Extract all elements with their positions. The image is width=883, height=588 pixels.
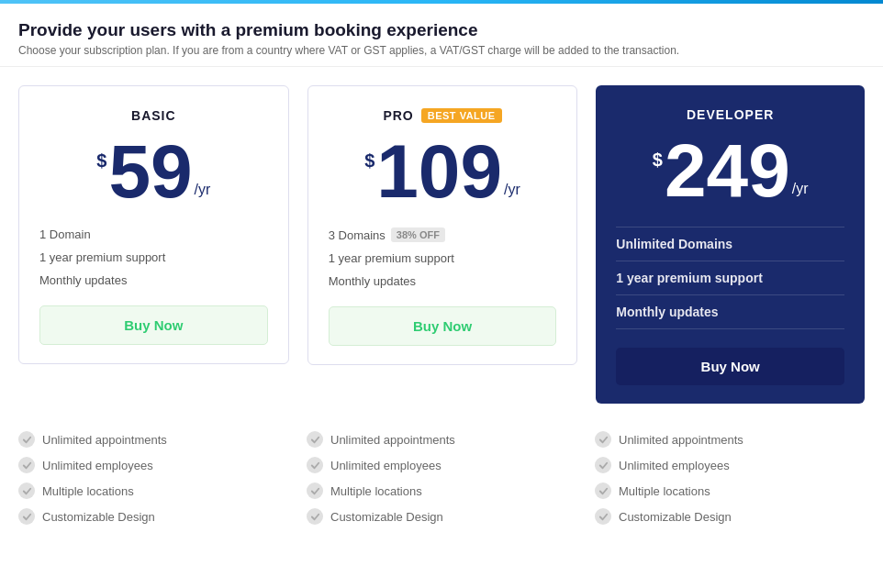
basic-feature-0: 1 Domain: [39, 227, 268, 241]
price-amount-dev: 249: [665, 133, 790, 208]
common-features-col-2: Unlimited appointments Unlimited employe…: [595, 431, 865, 534]
col2-feature-0: Unlimited appointments: [595, 431, 865, 448]
pro-feature-1: 1 year premium support: [329, 251, 557, 265]
plan-developer: DEVELOPER $ 249 /yr Unlimited Domains 1 …: [596, 85, 865, 404]
plan-pro-title: PRO BEST VALUE: [329, 108, 557, 123]
check-icon-6: [307, 483, 323, 499]
col0-feature-3: Customizable Design: [18, 508, 288, 525]
pro-feature-2: Monthly updates: [329, 274, 557, 288]
plan-basic-title: BASIC: [39, 108, 268, 123]
dev-feature-2: Monthly updates: [616, 295, 844, 329]
pro-feature-0: 3 Domains 38% OFF: [329, 227, 557, 242]
check-icon-5: [307, 457, 323, 473]
col1-feature-3: Customizable Design: [307, 508, 576, 525]
check-icon-4: [307, 431, 323, 448]
common-features-section: Unlimited appointments Unlimited employe…: [0, 413, 883, 543]
price-dollar-pro: $: [364, 150, 374, 172]
col1-feature-0: Unlimited appointments: [307, 431, 576, 448]
check-icon-11: [595, 508, 611, 525]
check-icon-1: [18, 457, 35, 473]
col0-feature-2: Multiple locations: [18, 483, 288, 499]
check-icon-10: [595, 483, 611, 499]
plan-basic-price: $ 59 /yr: [39, 134, 268, 209]
developer-buy-button[interactable]: Buy Now: [616, 348, 844, 385]
col0-feature-0: Unlimited appointments: [18, 431, 288, 448]
common-features-col-0: Unlimited appointments Unlimited employe…: [18, 431, 288, 534]
price-per-pro: /yr: [504, 182, 520, 198]
price-per-basic: /yr: [195, 182, 211, 198]
plan-developer-features: Unlimited Domains 1 year premium support…: [616, 227, 844, 329]
col1-feature-2: Multiple locations: [307, 483, 576, 499]
off-badge: 38% OFF: [391, 227, 445, 242]
col2-feature-1: Unlimited employees: [595, 457, 865, 473]
check-icon-3: [18, 508, 35, 525]
price-dollar-dev: $: [653, 150, 663, 171]
common-features-col-1: Unlimited appointments Unlimited employe…: [307, 431, 576, 534]
plan-developer-price: $ 249 /yr: [616, 133, 844, 208]
col2-feature-2: Multiple locations: [595, 483, 865, 499]
col0-feature-1: Unlimited employees: [18, 457, 288, 473]
price-amount-pro: 109: [376, 134, 502, 209]
col1-feature-1: Unlimited employees: [307, 457, 576, 473]
check-icon-7: [307, 508, 323, 525]
plan-developer-title: DEVELOPER: [616, 107, 844, 122]
plan-pro: PRO BEST VALUE $ 109 /yr 3 Domains 38% O…: [307, 85, 578, 365]
check-icon-2: [18, 483, 35, 499]
basic-feature-2: Monthly updates: [39, 273, 268, 287]
plan-pro-features: 3 Domains 38% OFF 1 year premium support…: [329, 227, 557, 288]
check-icon-0: [18, 431, 35, 448]
plan-basic-features: 1 Domain 1 year premium support Monthly …: [39, 227, 268, 287]
check-icon-8: [595, 431, 611, 448]
page-subtitle: Choose your subscription plan. If you ar…: [18, 44, 865, 57]
dev-feature-0: Unlimited Domains: [616, 227, 844, 261]
basic-feature-1: 1 year premium support: [39, 250, 268, 264]
plan-pro-price: $ 109 /yr: [329, 134, 557, 209]
page-header: Provide your users with a premium bookin…: [0, 4, 883, 67]
dev-feature-1: 1 year premium support: [616, 261, 844, 295]
col2-feature-3: Customizable Design: [595, 508, 865, 525]
check-icon-9: [595, 457, 611, 473]
page-title: Provide your users with a premium bookin…: [18, 20, 865, 40]
plans-container: BASIC $ 59 /yr 1 Domain 1 year premium s…: [0, 67, 883, 413]
price-amount-basic: 59: [108, 134, 192, 209]
best-value-badge: BEST VALUE: [421, 108, 502, 123]
price-dollar-basic: $: [96, 150, 106, 172]
pro-buy-button[interactable]: Buy Now: [329, 306, 557, 346]
plan-basic: BASIC $ 59 /yr 1 Domain 1 year premium s…: [18, 85, 289, 364]
basic-buy-button[interactable]: Buy Now: [39, 305, 268, 345]
price-per-dev: /yr: [792, 181, 809, 197]
